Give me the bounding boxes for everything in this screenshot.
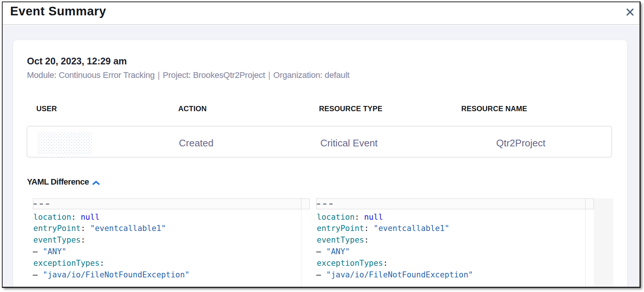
yaml-token-plain: : (80, 224, 90, 233)
meta-segment: Module: Continuous Error Tracking (27, 70, 155, 80)
yaml-code-line: location: null (317, 212, 585, 223)
yaml-token-plain: : (71, 213, 80, 222)
yaml-token-null: null (80, 213, 100, 222)
yaml-code-line: exceptionTypes: (33, 258, 301, 269)
document-start-dashes: --- (31, 199, 50, 209)
yaml-code-line: - "ANY" (33, 246, 301, 258)
modal-body: Oct 20, 2023, 12:29 am Module: Continuou… (3, 26, 640, 287)
modal-header: Event Summary (3, 2, 640, 25)
yaml-code-line: entryPoint: "eventcallable1" (33, 223, 301, 234)
cell-resource-name: Qtr2Project (496, 128, 546, 158)
yaml-token-plain: - (313, 269, 336, 281)
column-header-action: ACTION (178, 104, 207, 113)
yaml-token-plain: : (364, 235, 369, 244)
diff-scrollbar-gutter (594, 198, 613, 288)
diff-document-start: --- (316, 198, 586, 209)
table-row: Created Critical Event Qtr2Project (27, 126, 612, 158)
close-button[interactable] (625, 6, 636, 17)
yaml-token-null: null (364, 213, 383, 222)
yaml-token-key: exceptionTypes (317, 259, 383, 268)
yaml-token-key: location (33, 213, 71, 222)
yaml-token-plain: : (100, 259, 104, 268)
chevron-up-icon (92, 180, 100, 187)
yaml-code-line: entryPoint: "eventcallable1" (317, 223, 585, 234)
yaml-code-line: location: null (33, 212, 301, 223)
diff-gutter (301, 198, 310, 209)
yaml-token-string: "java/io/FileNotFoundException" (326, 270, 473, 279)
yaml-token-plain: : (80, 235, 85, 244)
yaml-token-plain: - (313, 246, 336, 258)
diff-document-start-row: --- (316, 198, 594, 209)
column-header-resource-name: RESOURCE NAME (461, 104, 527, 113)
yaml-token-plain: : (355, 213, 364, 222)
yaml-diff-panel-before: --- location: nullentryPoint: "eventcall… (33, 198, 310, 288)
yaml-token-plain: - (30, 269, 52, 281)
event-card: Oct 20, 2023, 12:29 am Module: Continuou… (13, 40, 627, 288)
yaml-token-string: "eventcallable1" (374, 224, 449, 233)
yaml-token-plain: : (383, 259, 388, 268)
diff-gutter (586, 198, 594, 209)
yaml-token-plain: : (364, 224, 373, 233)
yaml-diff-panel-after: --- location: nullentryPoint: "eventcall… (316, 198, 594, 288)
yaml-difference-label: YAML Difference (27, 177, 89, 186)
close-icon (625, 6, 636, 17)
table-header: USER ACTION RESOURCE TYPE RESOURCE NAME (13, 104, 627, 113)
event-timestamp: Oct 20, 2023, 12:29 am (27, 55, 127, 67)
yaml-token-key: entryPoint (317, 224, 364, 233)
event-meta: Module: Continuous Error Tracking|Projec… (27, 70, 349, 80)
yaml-token-string: "java/io/FileNotFoundException" (43, 270, 189, 279)
meta-segment: Project: BrookesQtr2Project (163, 70, 265, 80)
event-summary-modal: Event Summary Oct 20, 2023, 12:29 am Mod… (2, 1, 641, 288)
meta-segment: Organization: default (273, 70, 349, 80)
document-start-dashes: --- (315, 199, 333, 209)
meta-separator: | (265, 70, 273, 80)
yaml-code-line: - "ANY" (317, 246, 585, 258)
modal-title: Event Summary (10, 4, 106, 18)
meta-separator: | (155, 70, 163, 80)
yaml-token-key: entryPoint (33, 224, 80, 233)
yaml-code-line: - "java/io/FileNotFoundException" (33, 269, 301, 281)
yaml-code-after: location: nullentryPoint: "eventcallable… (316, 209, 586, 288)
diff-document-start-row: --- (33, 198, 310, 209)
yaml-code-line: exceptionTypes: (317, 258, 585, 269)
yaml-code-line: eventTypes: (317, 234, 585, 246)
yaml-code-before: location: nullentryPoint: "eventcallable… (33, 209, 301, 288)
diff-document-start: --- (33, 198, 301, 209)
yaml-token-key: eventTypes (317, 235, 364, 244)
cell-resource-type: Critical Event (320, 128, 377, 158)
user-redacted-pattern (38, 133, 93, 154)
yaml-token-key: eventTypes (33, 235, 80, 244)
yaml-code-line: eventTypes: (33, 234, 301, 246)
yaml-token-key: location (317, 213, 355, 222)
yaml-token-string: "eventcallable1" (90, 224, 166, 233)
yaml-code-line: - "java/io/FileNotFoundException" (317, 269, 585, 281)
column-header-user: USER (36, 104, 57, 113)
column-header-resource-type: RESOURCE TYPE (319, 104, 382, 113)
cell-action: Created (179, 128, 214, 158)
yaml-token-key: exceptionTypes (33, 259, 100, 268)
yaml-difference-toggle[interactable]: YAML Difference (27, 177, 89, 187)
yaml-token-plain: - (30, 246, 52, 258)
